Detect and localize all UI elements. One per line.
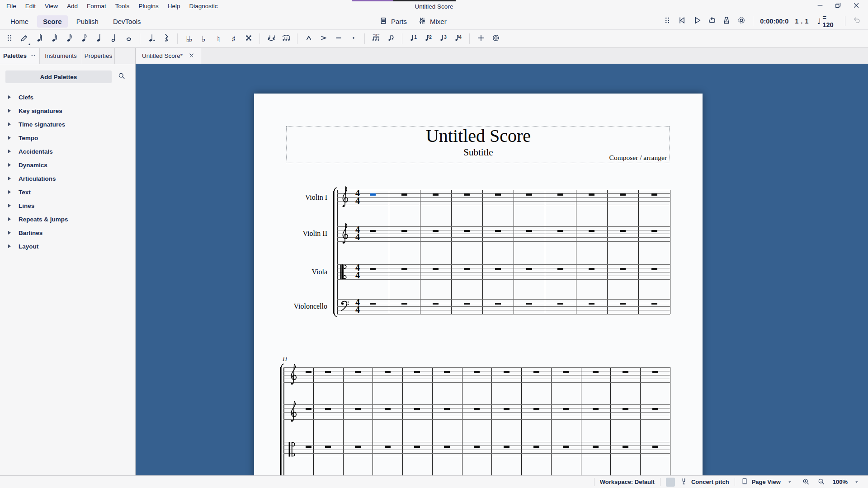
measure-rest[interactable] [651, 268, 657, 270]
add-palettes-button[interactable]: Add Palettes [5, 70, 112, 83]
instrument-label[interactable]: Violoncello [254, 302, 327, 310]
measure-rest[interactable] [593, 371, 599, 373]
measure-rest[interactable] [593, 408, 599, 410]
measure-rest[interactable] [526, 230, 532, 232]
menu-help[interactable]: Help [163, 0, 185, 13]
sharp-button[interactable]: ♯ [227, 32, 241, 46]
measure-rest[interactable] [495, 230, 501, 232]
measure-rest[interactable] [652, 408, 658, 410]
measure-rest[interactable] [464, 193, 470, 196]
menu-tools[interactable]: Tools [111, 0, 134, 13]
measure-rest[interactable] [355, 408, 361, 410]
measure-rest[interactable] [433, 193, 439, 196]
measure-rest[interactable] [414, 446, 420, 448]
augmentation-dot-button[interactable] [145, 32, 158, 46]
measure-rest[interactable] [593, 446, 599, 448]
measure-rest[interactable] [620, 230, 626, 232]
measure-rest[interactable] [504, 408, 509, 410]
voice-3-button[interactable]: 3 [437, 32, 450, 46]
restore-button[interactable] [829, 0, 847, 13]
menu-plugins[interactable]: Plugins [134, 0, 163, 13]
measure-rest[interactable] [563, 371, 569, 373]
voice-2-button[interactable]: 2 [422, 32, 435, 46]
palette-item-articulations[interactable]: Articulations [0, 172, 135, 185]
measure-rest[interactable] [306, 371, 311, 373]
treble-clef[interactable] [288, 363, 297, 387]
measure-rest[interactable] [652, 446, 658, 448]
document-tab[interactable]: Untitled Score* [136, 48, 201, 64]
note-half-button[interactable] [107, 32, 121, 46]
note-32nd-button[interactable] [47, 32, 61, 46]
system-bracket[interactable] [278, 363, 284, 475]
undo-button[interactable] [851, 15, 863, 28]
measure-rest[interactable] [464, 268, 470, 270]
zoom-level-dropdown[interactable]: 100% [833, 479, 860, 485]
measure-rest[interactable] [433, 303, 439, 305]
loop-button[interactable] [706, 15, 718, 28]
play-button[interactable] [691, 15, 703, 28]
measure-rest[interactable] [401, 268, 407, 270]
instrument-label[interactable]: Violin I [254, 193, 327, 202]
zoom-in-button[interactable] [800, 477, 812, 488]
measure-rest[interactable] [620, 193, 626, 196]
measure-rest[interactable] [385, 371, 391, 373]
tab-home[interactable]: Home [5, 15, 34, 28]
flip-direction-button[interactable] [384, 32, 398, 46]
playback-tempo[interactable]: ♩ = 120 [817, 14, 838, 28]
measure-rest[interactable] [620, 268, 626, 270]
measure-rest[interactable] [620, 303, 626, 305]
measure-rest[interactable] [533, 371, 539, 373]
measure-rest[interactable] [370, 268, 376, 270]
note-input-button[interactable] [18, 32, 31, 46]
palette-item-repeats-jumps[interactable]: Repeats & jumps [0, 212, 135, 226]
menu-diagnostic[interactable]: Diagnostic [184, 0, 222, 13]
tuplet-button[interactable]: 3 [369, 32, 383, 46]
double-sharp-button[interactable] [242, 32, 255, 46]
menu-file[interactable]: File [2, 0, 21, 13]
measure-rest[interactable] [557, 193, 563, 196]
rewind-button[interactable] [676, 15, 688, 28]
panel-tab-properties[interactable]: Properties [82, 48, 115, 64]
measure-rest[interactable] [414, 408, 420, 410]
measure-rest[interactable] [589, 268, 594, 270]
measure-rest[interactable] [504, 446, 509, 448]
measure-rest[interactable] [355, 446, 361, 448]
palette-item-tempo[interactable]: Tempo [0, 131, 135, 145]
measure-rest[interactable] [306, 408, 311, 410]
view-mode-dropdown[interactable]: Page View [741, 477, 793, 487]
marcato-button[interactable] [302, 32, 316, 46]
close-button[interactable] [847, 0, 865, 13]
flat-button[interactable]: ♭ [197, 32, 211, 46]
measure-rest[interactable] [401, 193, 407, 196]
treble-clef[interactable] [340, 185, 349, 210]
measure-rest[interactable] [464, 230, 470, 232]
tie-button[interactable] [264, 32, 278, 46]
system-bracket[interactable] [330, 187, 337, 319]
measure-rest[interactable] [444, 446, 450, 448]
measure-rest[interactable] [495, 268, 501, 270]
time-signature[interactable]: 44 [354, 264, 362, 279]
menu-add[interactable]: Add [62, 0, 82, 13]
measure-rest[interactable] [385, 446, 391, 448]
time-signature[interactable]: 44 [354, 226, 362, 241]
staccato-button[interactable] [347, 32, 360, 46]
measure-rest[interactable] [589, 193, 594, 196]
palette-item-key-signatures[interactable]: Key signatures [0, 104, 135, 117]
measure-rest[interactable] [325, 446, 331, 448]
measure-rest[interactable] [589, 303, 594, 305]
metronome-button[interactable] [721, 15, 732, 28]
measure-rest[interactable] [526, 303, 532, 305]
score-title[interactable]: Untitled Score [254, 127, 703, 145]
time-signature[interactable]: 44 [354, 189, 362, 204]
measure-rest[interactable] [526, 268, 532, 270]
measure-rest[interactable] [557, 230, 563, 232]
measure-rest[interactable] [526, 193, 532, 196]
concert-pitch-toggle[interactable]: Concert pitch [679, 477, 729, 487]
natural-button[interactable]: ♮ [212, 32, 226, 46]
measure-rest[interactable] [651, 193, 657, 196]
measure-rest[interactable] [533, 446, 539, 448]
measure-rest[interactable] [589, 230, 594, 232]
measure-rest[interactable] [444, 371, 450, 373]
measure-rest[interactable] [355, 371, 361, 373]
measure-rest-selected[interactable] [370, 193, 376, 196]
